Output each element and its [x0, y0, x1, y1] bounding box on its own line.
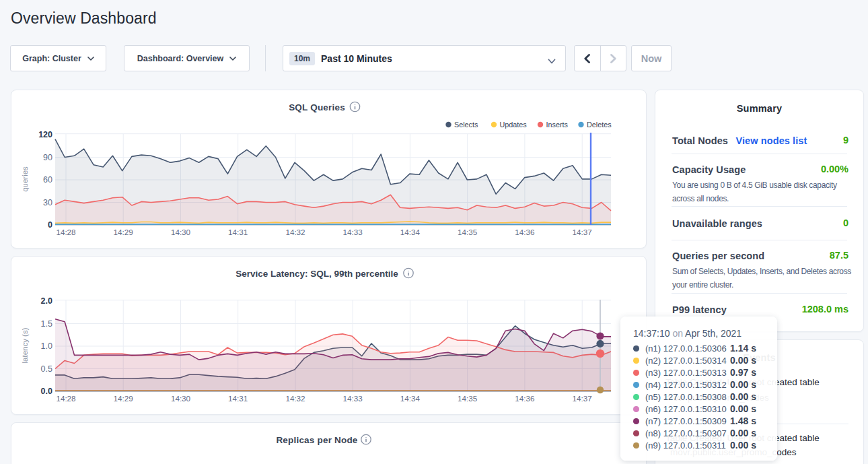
- svg-text:14:29: 14:29: [114, 228, 133, 236]
- svg-text:14:34: 14:34: [400, 228, 421, 236]
- svg-text:60: 60: [43, 175, 52, 185]
- svg-text:14:29: 14:29: [114, 394, 133, 403]
- svg-text:30: 30: [43, 198, 52, 207]
- svg-text:14:28: 14:28: [56, 394, 75, 403]
- svg-text:14:33: 14:33: [343, 228, 363, 236]
- svg-text:14:31: 14:31: [228, 228, 248, 236]
- svg-text:14:37: 14:37: [573, 394, 592, 403]
- svg-text:120: 120: [38, 130, 52, 139]
- svg-text:Service Latency: SQL, 99th per: Service Latency: SQL, 99th percentile: [236, 269, 398, 279]
- svg-text:14:34: 14:34: [400, 394, 421, 403]
- svg-text:14:35: 14:35: [458, 228, 478, 236]
- svg-text:14:33: 14:33: [343, 394, 363, 403]
- svg-text:latency (s): latency (s): [21, 327, 29, 363]
- svg-text:1.5: 1.5: [41, 319, 52, 329]
- svg-text:14:32: 14:32: [285, 394, 305, 403]
- svg-text:0: 0: [48, 220, 52, 230]
- svg-text:0.0: 0.0: [41, 387, 52, 396]
- svg-text:0.5: 0.5: [41, 364, 52, 374]
- svg-text:SQL Queries: SQL Queries: [289, 102, 345, 112]
- svg-text:Selects: Selects: [454, 121, 478, 129]
- svg-text:14:31: 14:31: [228, 394, 248, 403]
- svg-text:Updates: Updates: [500, 121, 528, 129]
- svg-text:14:32: 14:32: [285, 228, 305, 236]
- svg-text:14:36: 14:36: [515, 228, 534, 236]
- svg-text:14:36: 14:36: [515, 394, 534, 403]
- svg-text:Replicas per Node: Replicas per Node: [276, 435, 357, 445]
- svg-text:2.0: 2.0: [41, 296, 52, 306]
- svg-text:14:35: 14:35: [458, 394, 478, 403]
- svg-text:Inserts: Inserts: [546, 121, 569, 129]
- svg-text:Deletes: Deletes: [587, 121, 612, 129]
- svg-text:14:30: 14:30: [171, 394, 191, 403]
- svg-text:90: 90: [43, 153, 52, 162]
- svg-text:14:30: 14:30: [171, 228, 191, 236]
- svg-text:14:37: 14:37: [573, 228, 592, 236]
- svg-text:14:28: 14:28: [56, 228, 75, 236]
- svg-text:1.0: 1.0: [41, 341, 52, 351]
- svg-text:queries: queries: [21, 166, 29, 192]
